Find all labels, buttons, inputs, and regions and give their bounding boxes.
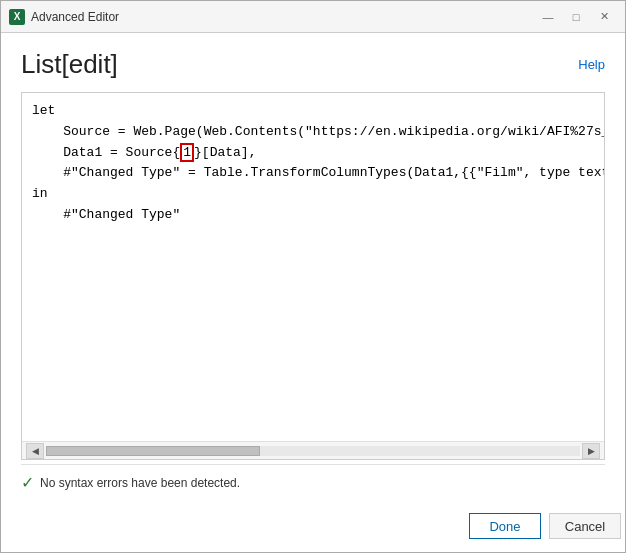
header-row: List[edit] Help xyxy=(21,49,605,80)
maximize-button[interactable]: □ xyxy=(563,6,589,28)
scroll-thumb[interactable] xyxy=(46,446,260,456)
minimize-button[interactable]: — xyxy=(535,6,561,28)
title-bar: X Advanced Editor — □ ✕ xyxy=(1,1,625,33)
scroll-track[interactable] xyxy=(46,446,580,456)
window-title: Advanced Editor xyxy=(31,10,535,24)
help-link[interactable]: Help xyxy=(578,57,605,72)
code-line-5: in xyxy=(32,184,594,205)
status-check-icon: ✓ xyxy=(21,473,34,492)
code-editor[interactable]: let Source = Web.Page(Web.Contents("http… xyxy=(22,93,604,441)
content-area: List[edit] Help let Source = Web.Page(We… xyxy=(1,33,625,500)
code-line-1: let xyxy=(32,101,594,122)
code-line-6: #"Changed Type" xyxy=(32,205,594,226)
close-button[interactable]: ✕ xyxy=(591,6,617,28)
app-icon: X xyxy=(9,9,25,25)
highlighted-index: 1 xyxy=(180,143,194,162)
code-line-3: Data1 = Source{1}[Data], xyxy=(32,143,594,164)
status-bar: ✓ No syntax errors have been detected. xyxy=(21,464,605,500)
code-line-4: #"Changed Type" = Table.TransformColumnT… xyxy=(32,163,594,184)
status-message: No syntax errors have been detected. xyxy=(40,476,240,490)
done-button[interactable]: Done xyxy=(469,513,541,539)
footer-area: Done Cancel xyxy=(1,500,625,552)
code-line-2: Source = Web.Page(Web.Contents("https://… xyxy=(32,122,594,143)
advanced-editor-window: X Advanced Editor — □ ✕ List[edit] Help … xyxy=(0,0,626,553)
window-controls: — □ ✕ xyxy=(535,6,617,28)
page-title: List[edit] xyxy=(21,49,118,80)
horizontal-scrollbar: ◀ ▶ xyxy=(22,441,604,459)
scroll-left-button[interactable]: ◀ xyxy=(26,443,44,459)
cancel-button[interactable]: Cancel xyxy=(549,513,621,539)
editor-container: let Source = Web.Page(Web.Contents("http… xyxy=(21,92,605,460)
scroll-right-button[interactable]: ▶ xyxy=(582,443,600,459)
